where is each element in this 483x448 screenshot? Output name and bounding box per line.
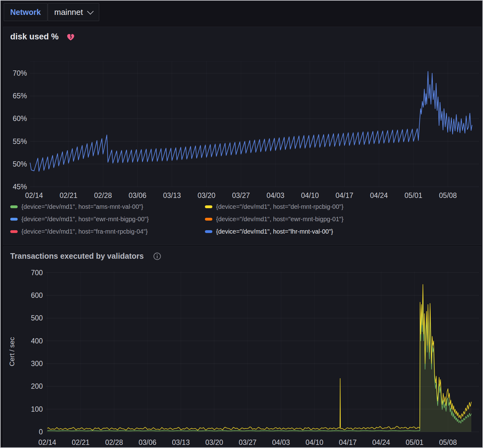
legend-series-color-chip [205, 205, 212, 208]
legend-series-color-chip [10, 205, 18, 208]
network-value-text: mainnet [54, 7, 83, 17]
legend-series-label: {device="/dev/md1", host="ewr-mnt-bigpg-… [21, 216, 149, 223]
network-variable-dropdown[interactable]: mainnet [48, 3, 99, 21]
legend-series-color-chip [10, 230, 18, 233]
info-circle-icon[interactable] [153, 252, 161, 260]
tx-panel-title: Transactions executed by validators [10, 252, 144, 261]
legend-item-3[interactable]: {device="/dev/md1", host="ewr-mnt-bigpg-… [205, 216, 391, 223]
tx-chart-plot-area[interactable] [49, 272, 482, 432]
legend-series-color-chip [205, 230, 212, 233]
legend-series-color-chip [205, 218, 212, 221]
dashboard: Network mainnet disk used % {device="/de… [0, 0, 483, 448]
legend-series-label: {device="/dev/md1", host="del-mnt-rpcbig… [216, 203, 343, 210]
legend-item-0[interactable]: {device="/dev/md1", host="ams-mnt-val-00… [10, 203, 196, 210]
dashboard-toolbar: Network mainnet [1, 1, 482, 25]
disk-chart-legend: {device="/dev/md1", host="ams-mnt-val-00… [10, 203, 475, 235]
disk-used-panel: disk used % {device="/dev/md1", host="am… [3, 27, 481, 245]
legend-item-1[interactable]: {device="/dev/md1", host="del-mnt-rpcbig… [205, 203, 391, 210]
legend-item-4[interactable]: {device="/dev/md1", host="fra-mnt-rpcbig… [10, 228, 196, 235]
chevron-down-icon [87, 8, 93, 14]
network-label-text: Network [10, 8, 41, 17]
legend-series-label: {device="/dev/md1", host="ewr-mnt-bigpg-… [216, 216, 343, 223]
heart-break-icon[interactable] [66, 32, 75, 42]
legend-series-label: {device="/dev/md1", host="ams-mnt-val-00… [21, 203, 143, 210]
disk-panel-header[interactable]: disk used % [10, 32, 75, 42]
legend-item-5[interactable]: {device="/dev/md1", host="lhr-mnt-val-00… [205, 228, 391, 235]
disk-chart-plot-area[interactable] [33, 62, 482, 213]
legend-series-color-chip [10, 218, 18, 221]
network-variable-label[interactable]: Network [4, 3, 47, 21]
legend-item-2[interactable]: {device="/dev/md1", host="ewr-mnt-bigpg-… [10, 216, 196, 223]
legend-series-label: {device="/dev/md1", host="lhr-mnt-val-00… [216, 228, 333, 235]
disk-panel-title: disk used % [10, 32, 59, 42]
tx-validators-panel: Transactions executed by validators [3, 246, 481, 448]
tx-panel-header[interactable]: Transactions executed by validators [10, 252, 161, 261]
legend-series-label: {device="/dev/md1", host="fra-mnt-rpcbig… [21, 228, 148, 235]
